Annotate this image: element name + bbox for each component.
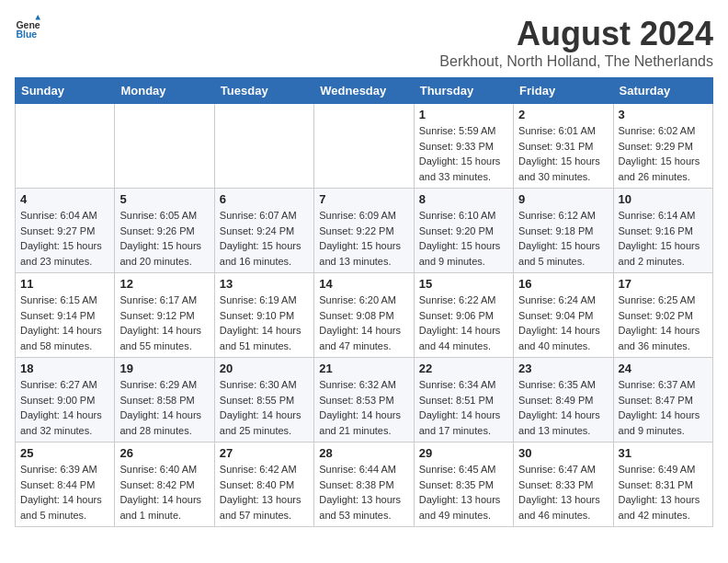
calendar-cell <box>115 104 214 189</box>
weekday-header-friday: Friday <box>514 78 613 104</box>
day-info: Sunrise: 6:29 AM Sunset: 8:58 PM Dayligh… <box>119 377 209 438</box>
day-number: 28 <box>319 446 408 460</box>
weekday-header-tuesday: Tuesday <box>214 78 313 104</box>
weekday-header-wednesday: Wednesday <box>314 78 414 104</box>
day-info: Sunrise: 6:39 AM Sunset: 8:44 PM Dayligh… <box>20 462 109 523</box>
day-info: Sunrise: 6:27 AM Sunset: 9:00 PM Dayligh… <box>20 377 109 438</box>
calendar-cell: 7Sunrise: 6:09 AM Sunset: 9:22 PM Daylig… <box>314 189 414 273</box>
week-row-3: 11Sunrise: 6:15 AM Sunset: 9:14 PM Dayli… <box>16 273 713 358</box>
weekday-header-monday: Monday <box>115 78 214 104</box>
day-number: 16 <box>518 277 608 291</box>
calendar-cell: 23Sunrise: 6:35 AM Sunset: 8:49 PM Dayli… <box>514 358 613 442</box>
calendar-cell: 3Sunrise: 6:02 AM Sunset: 9:29 PM Daylig… <box>613 104 712 189</box>
day-info: Sunrise: 6:19 AM Sunset: 9:10 PM Dayligh… <box>220 293 309 353</box>
day-info: Sunrise: 5:59 AM Sunset: 9:33 PM Dayligh… <box>419 123 508 184</box>
day-number: 17 <box>619 277 708 291</box>
day-number: 13 <box>220 277 309 291</box>
svg-text:Blue: Blue <box>16 29 37 40</box>
calendar-cell: 26Sunrise: 6:40 AM Sunset: 8:42 PM Dayli… <box>115 442 214 527</box>
day-number: 10 <box>619 192 708 206</box>
calendar-cell: 14Sunrise: 6:20 AM Sunset: 9:08 PM Dayli… <box>314 273 414 358</box>
week-row-5: 25Sunrise: 6:39 AM Sunset: 8:44 PM Dayli… <box>16 442 713 527</box>
day-number: 12 <box>119 277 209 291</box>
calendar-cell: 11Sunrise: 6:15 AM Sunset: 9:14 PM Dayli… <box>16 273 115 358</box>
calendar-cell: 13Sunrise: 6:19 AM Sunset: 9:10 PM Dayli… <box>214 273 313 358</box>
calendar-cell: 9Sunrise: 6:12 AM Sunset: 9:18 PM Daylig… <box>514 189 613 273</box>
weekday-header-saturday: Saturday <box>613 78 712 104</box>
day-number: 29 <box>419 446 508 460</box>
calendar-cell: 31Sunrise: 6:49 AM Sunset: 8:31 PM Dayli… <box>613 442 712 527</box>
day-info: Sunrise: 6:34 AM Sunset: 8:51 PM Dayligh… <box>419 377 508 438</box>
day-number: 9 <box>518 192 608 206</box>
calendar-cell: 27Sunrise: 6:42 AM Sunset: 8:40 PM Dayli… <box>214 442 313 527</box>
weekday-header-sunday: Sunday <box>16 78 115 104</box>
day-info: Sunrise: 6:02 AM Sunset: 9:29 PM Dayligh… <box>619 123 708 184</box>
day-info: Sunrise: 6:09 AM Sunset: 9:22 PM Dayligh… <box>319 208 408 269</box>
day-info: Sunrise: 6:20 AM Sunset: 9:08 PM Dayligh… <box>319 293 408 353</box>
day-number: 3 <box>619 108 708 121</box>
month-title: August 2024 <box>439 15 713 53</box>
calendar-cell: 12Sunrise: 6:17 AM Sunset: 9:12 PM Dayli… <box>115 273 214 358</box>
day-number: 18 <box>20 362 109 375</box>
title-area: August 2024 Berkhout, North Holland, The… <box>439 15 713 70</box>
day-number: 7 <box>319 192 408 206</box>
day-number: 15 <box>419 277 508 291</box>
week-row-4: 18Sunrise: 6:27 AM Sunset: 9:00 PM Dayli… <box>16 358 713 442</box>
calendar-cell <box>16 104 115 189</box>
day-info: Sunrise: 6:45 AM Sunset: 8:35 PM Dayligh… <box>419 462 508 523</box>
day-number: 4 <box>20 192 109 206</box>
weekday-header-row: SundayMondayTuesdayWednesdayThursdayFrid… <box>16 78 713 104</box>
calendar-cell: 24Sunrise: 6:37 AM Sunset: 8:47 PM Dayli… <box>613 358 712 442</box>
calendar-cell: 25Sunrise: 6:39 AM Sunset: 8:44 PM Dayli… <box>16 442 115 527</box>
day-info: Sunrise: 6:15 AM Sunset: 9:14 PM Dayligh… <box>20 293 109 353</box>
calendar-cell: 29Sunrise: 6:45 AM Sunset: 8:35 PM Dayli… <box>414 442 513 527</box>
header: General Blue August 2024 Berkhout, North… <box>15 15 713 70</box>
calendar-cell: 22Sunrise: 6:34 AM Sunset: 8:51 PM Dayli… <box>414 358 513 442</box>
calendar-cell: 30Sunrise: 6:47 AM Sunset: 8:33 PM Dayli… <box>514 442 613 527</box>
weekday-header-thursday: Thursday <box>414 78 513 104</box>
svg-marker-2 <box>35 15 40 20</box>
day-number: 8 <box>419 192 508 206</box>
day-info: Sunrise: 6:30 AM Sunset: 8:55 PM Dayligh… <box>220 377 309 438</box>
day-info: Sunrise: 6:49 AM Sunset: 8:31 PM Dayligh… <box>619 462 708 523</box>
day-info: Sunrise: 6:07 AM Sunset: 9:24 PM Dayligh… <box>220 208 309 269</box>
day-info: Sunrise: 6:42 AM Sunset: 8:40 PM Dayligh… <box>220 462 309 523</box>
calendar-cell: 4Sunrise: 6:04 AM Sunset: 9:27 PM Daylig… <box>16 189 115 273</box>
day-info: Sunrise: 6:14 AM Sunset: 9:16 PM Dayligh… <box>619 208 708 269</box>
calendar-cell: 18Sunrise: 6:27 AM Sunset: 9:00 PM Dayli… <box>16 358 115 442</box>
day-number: 23 <box>518 362 608 375</box>
day-number: 5 <box>119 192 209 206</box>
calendar-cell: 1Sunrise: 5:59 AM Sunset: 9:33 PM Daylig… <box>414 104 513 189</box>
calendar-cell: 8Sunrise: 6:10 AM Sunset: 9:20 PM Daylig… <box>414 189 513 273</box>
day-info: Sunrise: 6:44 AM Sunset: 8:38 PM Dayligh… <box>319 462 408 523</box>
day-number: 20 <box>220 362 309 375</box>
day-info: Sunrise: 6:37 AM Sunset: 8:47 PM Dayligh… <box>619 377 708 438</box>
day-number: 25 <box>20 446 109 460</box>
day-info: Sunrise: 6:35 AM Sunset: 8:49 PM Dayligh… <box>518 377 608 438</box>
calendar-cell: 20Sunrise: 6:30 AM Sunset: 8:55 PM Dayli… <box>214 358 313 442</box>
day-info: Sunrise: 6:12 AM Sunset: 9:18 PM Dayligh… <box>518 208 608 269</box>
day-number: 26 <box>119 446 209 460</box>
day-info: Sunrise: 6:17 AM Sunset: 9:12 PM Dayligh… <box>119 293 209 353</box>
calendar-cell <box>214 104 313 189</box>
day-number: 27 <box>220 446 309 460</box>
logo: General Blue <box>15 15 40 40</box>
day-info: Sunrise: 6:24 AM Sunset: 9:04 PM Dayligh… <box>518 293 608 353</box>
day-info: Sunrise: 6:32 AM Sunset: 8:53 PM Dayligh… <box>319 377 408 438</box>
calendar-cell: 6Sunrise: 6:07 AM Sunset: 9:24 PM Daylig… <box>214 189 313 273</box>
day-number: 21 <box>319 362 408 375</box>
calendar-cell <box>314 104 414 189</box>
day-info: Sunrise: 6:04 AM Sunset: 9:27 PM Dayligh… <box>20 208 109 269</box>
calendar-cell: 17Sunrise: 6:25 AM Sunset: 9:02 PM Dayli… <box>613 273 712 358</box>
calendar-cell: 28Sunrise: 6:44 AM Sunset: 8:38 PM Dayli… <box>314 442 414 527</box>
calendar-cell: 19Sunrise: 6:29 AM Sunset: 8:58 PM Dayli… <box>115 358 214 442</box>
week-row-1: 1Sunrise: 5:59 AM Sunset: 9:33 PM Daylig… <box>16 104 713 189</box>
location-title: Berkhout, North Holland, The Netherlands <box>439 53 713 70</box>
calendar-cell: 16Sunrise: 6:24 AM Sunset: 9:04 PM Dayli… <box>514 273 613 358</box>
day-number: 22 <box>419 362 508 375</box>
calendar-cell: 10Sunrise: 6:14 AM Sunset: 9:16 PM Dayli… <box>613 189 712 273</box>
day-number: 6 <box>220 192 309 206</box>
day-info: Sunrise: 6:47 AM Sunset: 8:33 PM Dayligh… <box>518 462 608 523</box>
day-number: 1 <box>419 108 508 121</box>
day-info: Sunrise: 6:40 AM Sunset: 8:42 PM Dayligh… <box>119 462 209 523</box>
